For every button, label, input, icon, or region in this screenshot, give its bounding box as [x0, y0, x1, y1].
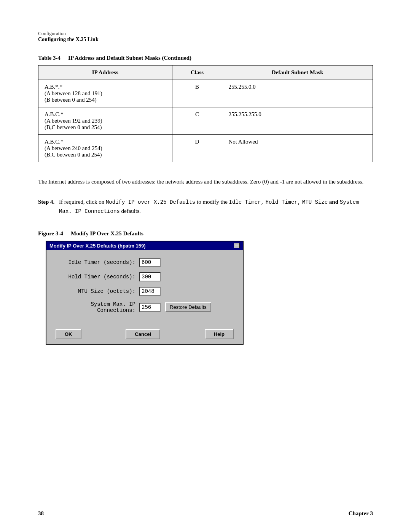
ip-line1-3: A.B.C.* — [45, 139, 64, 145]
table-cell-ip-2: A.B.C.* (A between 192 and 239) (B,C bet… — [38, 107, 172, 135]
hold-timer-label: Hold Timer (seconds): — [56, 274, 139, 280]
dialog-minimize-btn[interactable]: — — [234, 243, 240, 248]
step-row: Step 4. If required, click on Modify IP … — [38, 198, 373, 216]
step-text: If required, click on Modify IP over X.2… — [59, 198, 373, 216]
table-row: A.B.*.* (A between 128 and 191) (B betwe… — [38, 80, 373, 107]
ok-button[interactable]: OK — [56, 329, 81, 339]
ip-line2-3: (A between 240 and 254) — [45, 145, 102, 151]
idle-timer-input[interactable] — [139, 258, 161, 267]
mtu-size-input[interactable] — [139, 287, 161, 296]
figure-title: Modify IP Over X.25 Defaults — [71, 230, 143, 237]
table-cell-class-2: C — [172, 107, 222, 135]
dialog-row-system-max: System Max. IP Connections: Restore Defa… — [56, 301, 234, 313]
table-header-row: IP Address Class Default Subnet Mask — [38, 66, 373, 80]
dialog-row-idle-timer: Idle Timer (seconds): — [56, 258, 234, 267]
table-cell-ip-1: A.B.*.* (A between 128 and 191) (B betwe… — [38, 80, 172, 107]
ip-line3-3: (B,C between 0 and 254) — [45, 152, 102, 158]
paragraph-text: The Internet address is composed of two … — [38, 179, 363, 185]
step-and: and — [329, 199, 338, 205]
paragraph-section: The Internet address is composed of two … — [38, 177, 373, 186]
step-code-idle: Idle Timer, — [229, 199, 264, 205]
ip-line3-2: (B,C between 0 and 254) — [45, 124, 102, 130]
table-cell-mask-3: Not Allowed — [222, 135, 373, 162]
restore-defaults-button[interactable]: Restore Defaults — [165, 302, 211, 312]
dialog-footer: OK Cancel Help — [46, 325, 243, 344]
ip-line3-1: (B between 0 and 254) — [45, 97, 97, 103]
table-section: Table 3-4 IP Address and Default Subnet … — [38, 55, 373, 162]
dialog-titlebar: Modify IP Over X.25 Defaults (hpatm 159)… — [46, 241, 243, 250]
cancel-button[interactable]: Cancel — [126, 329, 160, 339]
page-footer: 38 Chapter 3 — [38, 507, 373, 517]
step-label: Step 4. — [38, 198, 54, 216]
help-button[interactable]: Help — [205, 329, 234, 339]
idle-timer-label: Idle Timer (seconds): — [56, 259, 139, 265]
table-cell-ip-3: A.B.C.* (A between 240 and 254) (B,C bet… — [38, 135, 172, 162]
breadcrumb-line2: Configuring the X.25 Link — [38, 37, 373, 43]
table-label: Table 3-4 — [38, 55, 61, 61]
ip-line2-1: (A between 128 and 191) — [45, 90, 102, 96]
step-menu-item: Modify IP over X.25 Defaults — [106, 199, 195, 205]
table-row: A.B.C.* (A between 192 and 239) (B,C bet… — [38, 107, 373, 135]
table-row: A.B.C.* (A between 240 and 254) (B,C bet… — [38, 135, 373, 162]
dialog-body: Idle Timer (seconds): Hold Timer (second… — [46, 250, 243, 325]
table-title-row: Table 3-4 IP Address and Default Subnet … — [38, 55, 373, 61]
mtu-size-label: MTU Size (octets): — [56, 288, 139, 294]
footer-chapter: Chapter 3 — [349, 510, 373, 517]
table-cell-mask-2: 255.255.255.0 — [222, 107, 373, 135]
system-max-label: System Max. IP Connections: — [56, 301, 139, 313]
dialog-title: Modify IP Over X.25 Defaults (hpatm 159) — [49, 243, 146, 249]
data-table: IP Address Class Default Subnet Mask A.B… — [38, 65, 373, 162]
table-cell-mask-1: 255.255.0.0 — [222, 80, 373, 107]
table-cell-class-3: D — [172, 135, 222, 162]
dialog-row-mtu-size: MTU Size (octets): — [56, 287, 234, 296]
breadcrumb: Configuration Configuring the X.25 Link — [38, 30, 373, 43]
ip-line2-2: (A between 192 and 239) — [45, 118, 102, 124]
system-max-input[interactable] — [139, 303, 161, 312]
figure-title-row: Figure 3-4 Modify IP Over X.25 Defaults — [38, 230, 373, 237]
table-cell-class-1: B — [172, 80, 222, 107]
dialog-row-hold-timer: Hold Timer (seconds): — [56, 272, 234, 281]
table-title: IP Address and Default Subnet Masks (Con… — [68, 55, 191, 61]
ip-line1-2: A.B.C.* — [45, 111, 64, 117]
footer-page-number: 38 — [38, 510, 44, 517]
step-code-hold: Hold Timer, — [266, 199, 301, 205]
col-header-class: Class — [172, 66, 222, 80]
col-header-ip: IP Address — [38, 66, 172, 80]
page: Configuration Configuring the X.25 Link … — [0, 0, 411, 532]
figure-section: Figure 3-4 Modify IP Over X.25 Defaults … — [38, 230, 373, 345]
ip-line1-1: A.B.*.* — [45, 84, 62, 90]
dialog-window: Modify IP Over X.25 Defaults (hpatm 159)… — [46, 241, 244, 345]
step-code-mtu: MTU Size — [302, 199, 328, 205]
hold-timer-input[interactable] — [139, 272, 161, 281]
step-section: Step 4. If required, click on Modify IP … — [38, 198, 373, 216]
breadcrumb-line1: Configuration — [38, 30, 373, 37]
figure-label: Figure 3-4 — [38, 230, 63, 237]
col-header-mask: Default Subnet Mask — [222, 66, 373, 80]
